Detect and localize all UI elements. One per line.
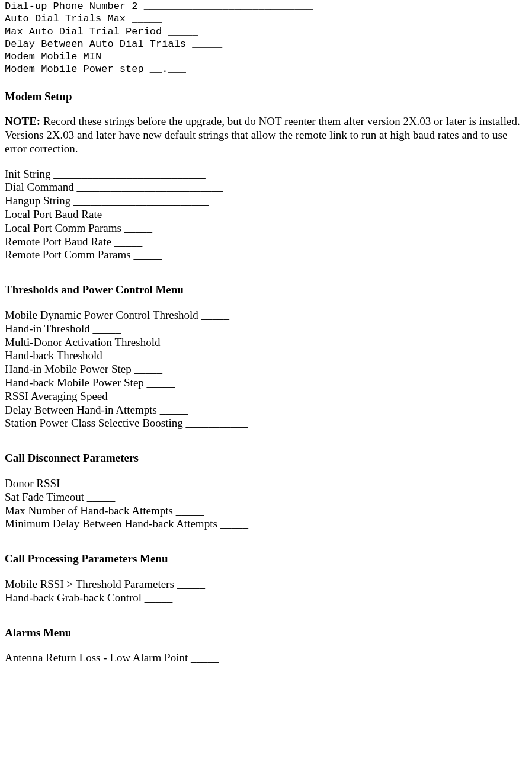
section-title-call-disconnect: Call Disconnect Parameters: [5, 452, 527, 465]
section-title-alarms: Alarms Menu: [5, 626, 527, 640]
field-line: RSSI Averaging Speed _____: [5, 390, 527, 404]
field-line: Auto Dial Trials Max _____: [5, 12, 527, 25]
note-paragraph: NOTE: Record these strings before the up…: [5, 115, 527, 155]
field-line: Modem Mobile Power step __.___: [5, 63, 527, 75]
field-line: Local Port Comm Params _____: [5, 222, 527, 235]
field-line: Donor RSSI _____: [5, 477, 527, 491]
field-line: Mobile RSSI > Threshold Parameters _____: [5, 578, 527, 591]
field-line: Delay Between Hand-in Attempts _____: [5, 404, 527, 417]
thresholds-fields: Mobile Dynamic Power Control Threshold _…: [5, 309, 527, 430]
field-line: Hand-back Threshold _____: [5, 349, 527, 363]
field-line: Max Auto Dial Trial Period _____: [5, 25, 527, 38]
field-line: Mobile Dynamic Power Control Threshold _…: [5, 309, 527, 322]
field-line: Station Power Class Selective Boosting _…: [5, 417, 527, 430]
note-label: NOTE:: [5, 115, 40, 127]
section-title-thresholds: Thresholds and Power Control Menu: [5, 283, 527, 297]
field-line: Sat Fade Timeout _____: [5, 491, 527, 504]
mono-field-block: Dial-up Phone Number 2 _________________…: [5, 0, 527, 76]
field-line: Dial-up Phone Number 2 _________________…: [5, 0, 527, 12]
field-line: Init String ___________________________: [5, 168, 527, 181]
field-line: Local Port Baud Rate _____: [5, 208, 527, 222]
field-line: Minimum Delay Between Hand-back Attempts…: [5, 517, 527, 531]
field-line: Max Number of Hand-back Attempts _____: [5, 504, 527, 518]
field-line: Hand-back Grab-back Control _____: [5, 591, 527, 605]
field-line: Remote Port Baud Rate _____: [5, 235, 527, 249]
alarms-fields: Antenna Return Loss - Low Alarm Point __…: [5, 651, 527, 665]
modem-setup-fields: Init String ___________________________ …: [5, 168, 527, 263]
field-line: Delay Between Auto Dial Trials _____: [5, 38, 527, 50]
call-disconnect-fields: Donor RSSI _____ Sat Fade Timeout _____ …: [5, 477, 527, 531]
field-line: Multi-Donor Activation Threshold _____: [5, 336, 527, 350]
field-line: Hand-in Threshold _____: [5, 322, 527, 336]
note-body: Record these strings before the upgrade,…: [5, 115, 520, 155]
field-line: Antenna Return Loss - Low Alarm Point __…: [5, 651, 527, 665]
field-line: Modem Mobile MIN ________________: [5, 50, 527, 63]
field-line: Remote Port Comm Params _____: [5, 248, 527, 262]
field-line: Hangup String ________________________: [5, 194, 527, 208]
field-line: Hand-in Mobile Power Step _____: [5, 363, 527, 376]
call-processing-fields: Mobile RSSI > Threshold Parameters _____…: [5, 578, 527, 605]
field-line: Hand-back Mobile Power Step _____: [5, 376, 527, 390]
section-title-call-processing: Call Processing Parameters Menu: [5, 552, 527, 566]
section-title-modem-setup: Modem Setup: [5, 90, 527, 104]
field-line: Dial Command __________________________: [5, 181, 527, 194]
